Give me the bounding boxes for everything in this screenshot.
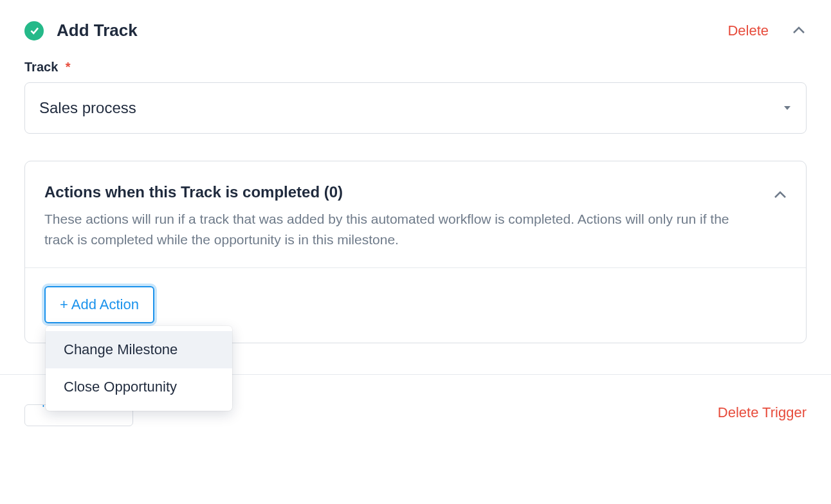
- caret-down-icon: [784, 106, 790, 110]
- required-indicator: *: [66, 60, 71, 74]
- dropdown-item-close-opportunity[interactable]: Close Opportunity: [46, 368, 232, 406]
- check-circle-icon: [24, 21, 44, 40]
- actions-panel-description: These actions will run if a track that w…: [44, 209, 761, 249]
- delete-trigger-button[interactable]: Delete Trigger: [718, 404, 807, 421]
- chevron-up-icon: [774, 190, 787, 201]
- delete-button[interactable]: Delete: [727, 22, 769, 39]
- dropdown-item-change-milestone[interactable]: Change Milestone: [46, 331, 232, 368]
- collapse-section-toggle[interactable]: [791, 23, 807, 39]
- track-select[interactable]: Sales process: [24, 82, 807, 134]
- actions-panel-header: Actions when this Track is completed (0)…: [25, 161, 806, 268]
- actions-panel-body: + Add Action Change Milestone Close Oppo…: [25, 268, 806, 343]
- add-action-dropdown: Change Milestone Close Opportunity: [46, 326, 232, 411]
- section-title: Add Track: [57, 21, 727, 40]
- track-select-value: Sales process: [39, 99, 136, 117]
- section-header: Add Track Delete: [24, 0, 807, 40]
- track-field-label: Track *: [24, 60, 807, 75]
- actions-panel: Actions when this Track is completed (0)…: [24, 161, 807, 343]
- add-action-button[interactable]: + Add Action: [44, 286, 154, 323]
- track-label-text: Track: [24, 60, 58, 74]
- actions-panel-toggle[interactable]: [774, 190, 787, 201]
- chevron-up-icon: [792, 25, 805, 37]
- actions-panel-title: Actions when this Track is completed (0): [44, 183, 761, 201]
